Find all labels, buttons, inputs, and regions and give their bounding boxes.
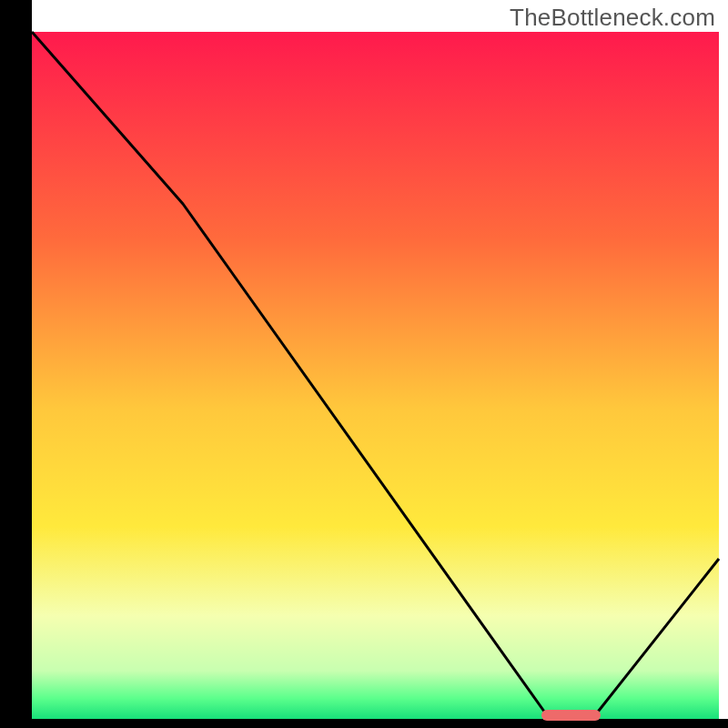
chart-svg [0, 0, 728, 728]
plot-background [32, 32, 719, 719]
y-axis [0, 0, 32, 728]
chart-frame: TheBottleneck.com [0, 0, 728, 728]
x-axis [0, 719, 728, 728]
watermark-text: TheBottleneck.com [510, 4, 715, 32]
